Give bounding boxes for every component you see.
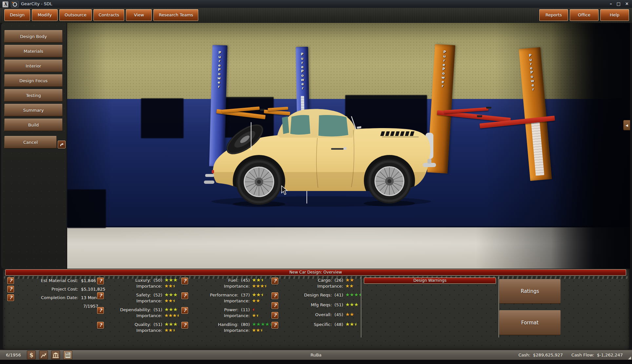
help-button[interactable]: ? bbox=[181, 322, 188, 329]
help-button[interactable]: ? bbox=[271, 302, 278, 309]
cancel-arrow-icon[interactable] bbox=[58, 141, 66, 148]
info-row: ?Est Material Cost:$1,846 bbox=[7, 277, 105, 284]
close-icon[interactable]: ✕ bbox=[625, 0, 629, 8]
help-button[interactable]: ? bbox=[181, 307, 188, 314]
sidebar-item-testing[interactable]: Testing bbox=[4, 89, 63, 102]
maximize-icon[interactable]: □ bbox=[617, 0, 621, 8]
stat-name: Dependability: bbox=[120, 307, 151, 312]
help-button[interactable]: ? bbox=[97, 322, 104, 329]
toolbar-button-help[interactable]: Help bbox=[600, 9, 629, 21]
stat-row: Safety:(52)★★★ bbox=[107, 292, 177, 298]
stat-row: Luxury:(50)★★★ bbox=[107, 277, 177, 283]
sidebar-item-design-focus[interactable]: Design Focus bbox=[4, 74, 63, 87]
stat-group: ?Dependability:(51)★★★Importance:★★★★ bbox=[97, 307, 181, 318]
help-button[interactable]: ? bbox=[7, 294, 14, 301]
info-row: ?Project Cost:$5,101,825 bbox=[7, 286, 105, 293]
format-button[interactable]: Format bbox=[499, 310, 561, 335]
cancel-button[interactable]: Cancel bbox=[4, 136, 57, 148]
stat-row: Mfg Reqs:(51)★★★ bbox=[282, 302, 358, 308]
sidebar-collapse-arrow-icon[interactable]: ◀ bbox=[623, 120, 630, 130]
car-3d-model[interactable] bbox=[203, 106, 439, 208]
star-rating: ★★★ bbox=[345, 302, 358, 307]
stat-name: Fuel: bbox=[228, 278, 238, 283]
sidebar-item-summary[interactable]: Summary bbox=[4, 104, 63, 116]
stat-group: ?Safety:(52)★★★Importance:★★★ bbox=[97, 292, 181, 304]
stats-column-3: ?Cargo:(26)★★Importance:★★?Design Reqs:(… bbox=[271, 277, 363, 331]
help-button[interactable]: ? bbox=[97, 292, 104, 299]
sidebar-item-interior[interactable]: Interior bbox=[4, 60, 63, 72]
sidebar-item-build[interactable]: Build bbox=[4, 119, 63, 131]
help-button[interactable]: ? bbox=[97, 307, 104, 314]
half-star-icon: ★ bbox=[252, 307, 256, 312]
minimize-icon[interactable]: – bbox=[610, 0, 612, 8]
help-button[interactable]: ? bbox=[181, 292, 188, 299]
importance-label: Importance: bbox=[107, 298, 162, 303]
star-icon: ★ bbox=[345, 292, 349, 297]
help-button[interactable]: ? bbox=[271, 312, 278, 319]
stat-value: (26) bbox=[334, 278, 343, 283]
toolbar-button-modify[interactable]: Modify bbox=[32, 9, 58, 21]
help-button[interactable]: ? bbox=[7, 286, 14, 293]
stat-value: (45) bbox=[334, 312, 343, 317]
3d-garage-viewport[interactable]: PurePower PurePower PurePower PurePower bbox=[67, 23, 630, 269]
star-icon: ★ bbox=[265, 322, 269, 327]
star-icon: ★ bbox=[252, 322, 256, 327]
app-gear-icon bbox=[11, 1, 19, 8]
lift-arm-pad bbox=[486, 107, 491, 108]
stat-rows: Handling:(80)★★★★★Importance:★★★ bbox=[191, 321, 274, 333]
sidebar-item-materials[interactable]: Materials bbox=[4, 45, 63, 57]
star-icon: ★ bbox=[173, 307, 177, 312]
info-value: 7/1957 bbox=[83, 304, 98, 309]
star-rating: ★★★ bbox=[164, 283, 176, 289]
stat-rows: Design Reqs:(41)★★★★ bbox=[282, 292, 363, 299]
star-icon: ★ bbox=[173, 322, 177, 327]
stat-name: Power: bbox=[224, 307, 238, 312]
stat-rows: Cargo:(26)★★Importance:★★ bbox=[282, 277, 354, 289]
toolbar-button-research-teams[interactable]: Research Teams bbox=[153, 9, 198, 21]
ratings-button[interactable]: Ratings bbox=[499, 279, 561, 304]
stat-row: Cargo:(26)★★ bbox=[282, 277, 354, 283]
help-button[interactable]: ? bbox=[97, 278, 104, 284]
star-icon: ★ bbox=[261, 322, 265, 327]
toolbar-button-office[interactable]: Office bbox=[570, 9, 599, 21]
stat-name: Performance: bbox=[210, 293, 239, 297]
half-star-icon: ★ bbox=[264, 283, 268, 289]
toolbar-button-contracts[interactable]: Contracts bbox=[93, 9, 125, 21]
help-button[interactable]: ? bbox=[271, 278, 278, 284]
help-button[interactable]: ? bbox=[271, 292, 278, 299]
star-rating: ★★★ bbox=[345, 322, 358, 327]
lift-arm-pad bbox=[477, 115, 482, 117]
stat-group: ?Luxury:(50)★★★Importance:★★★ bbox=[97, 277, 181, 289]
stat-rows: Safety:(52)★★★Importance:★★★ bbox=[107, 292, 177, 304]
panel-title: New Car Design: Overview bbox=[5, 269, 626, 276]
stat-rows: Power:(11)★Importance:★★ bbox=[191, 307, 260, 318]
star-icon: ★ bbox=[168, 307, 173, 312]
half-star-icon: ★ bbox=[261, 292, 265, 297]
importance-row: Importance:★★★★ bbox=[191, 283, 268, 289]
sidebar-item-design-body[interactable]: Design Body bbox=[4, 30, 63, 43]
stat-rows: Overall:(45)★★ bbox=[282, 312, 354, 319]
toolbar-button-outsource[interactable]: Outsource bbox=[59, 9, 92, 21]
importance-row: Importance:★★★★ bbox=[107, 313, 181, 318]
help-button[interactable]: ? bbox=[181, 278, 188, 284]
stat-group: ?Power:(11)★Importance:★★ bbox=[181, 307, 274, 318]
help-button[interactable]: ? bbox=[271, 322, 278, 329]
cash-label: Cash: bbox=[518, 353, 530, 357]
star-rating: ★★ bbox=[345, 312, 354, 317]
wall-shadow-object bbox=[141, 98, 184, 138]
star-icon: ★ bbox=[260, 283, 264, 289]
help-button[interactable]: ? bbox=[7, 277, 14, 284]
importance-row: Importance:★★ bbox=[191, 298, 265, 304]
star-icon: ★ bbox=[256, 322, 260, 327]
importance-label: Importance: bbox=[107, 313, 162, 318]
info-row-continuation: 7/1957 bbox=[7, 303, 105, 309]
star-icon: ★ bbox=[252, 278, 256, 283]
toolbar-button-view[interactable]: View bbox=[126, 9, 152, 21]
toolbar-button-reports[interactable]: Reports bbox=[539, 9, 568, 21]
resize-grip[interactable] bbox=[628, 356, 631, 359]
importance-label: Importance: bbox=[191, 298, 250, 303]
stat-value: (37) bbox=[241, 293, 250, 297]
stat-value: (52) bbox=[153, 293, 162, 297]
toolbar-button-design[interactable]: Design bbox=[4, 9, 30, 21]
star-rating: ★★★ bbox=[252, 328, 264, 333]
